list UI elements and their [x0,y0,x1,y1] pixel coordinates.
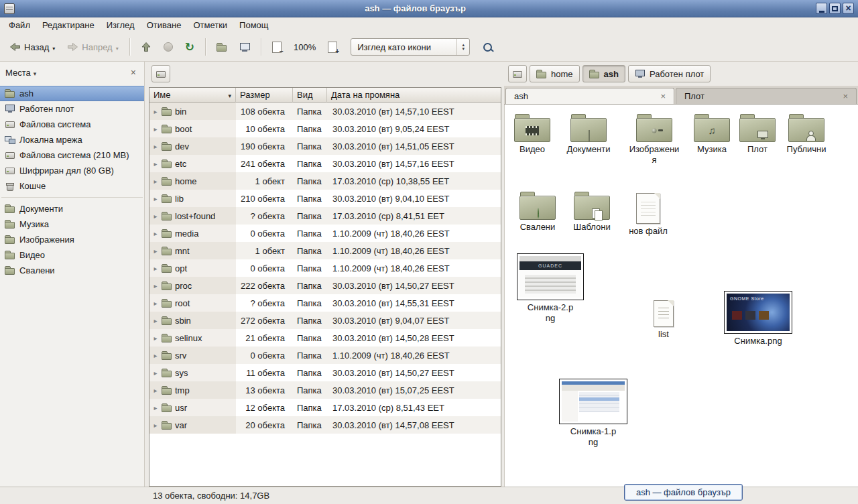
expander-icon[interactable] [152,230,159,237]
folder-downloads[interactable]: Свалени [512,192,563,233]
up-button[interactable] [135,37,157,57]
column-header-type[interactable]: Вид [293,88,327,103]
zoom-out-button[interactable]: − [267,37,287,57]
search-button[interactable] [478,37,497,57]
pathbar-desktop-button[interactable]: Работен плот [628,65,711,82]
expander-icon[interactable] [152,108,159,115]
menu-view[interactable]: Изглед [101,19,141,32]
file-list-document[interactable]: list [638,300,689,340]
icon-canvas[interactable]: Видео Документи Изображения Музика [504,105,858,487]
pathbar-filesystem-button[interactable] [508,65,527,82]
sidebar-item-ash[interactable]: ash [0,86,144,101]
expander-icon[interactable] [152,422,159,429]
home-button[interactable] [211,37,233,57]
file-row[interactable]: bin 108 обекта Папка 30.03.2010 (вт) 14,… [149,103,501,120]
folder-pictures[interactable]: Изображения [629,114,680,165]
column-header-name[interactable]: Име [149,88,236,103]
file-row[interactable]: home 1 обект Папка 17.03.2010 (ср) 10,38… [149,172,501,190]
expander-icon[interactable] [152,317,159,324]
sidebar-item-video[interactable]: Видео [0,247,144,263]
expander-icon[interactable] [152,369,159,377]
file-row[interactable]: tmp 13 обекта Папка 30.03.2010 (вт) 15,0… [149,381,501,399]
places-caret-icon[interactable] [34,68,37,78]
expander-icon[interactable] [152,300,159,307]
pathbar-home-button[interactable]: home [530,65,580,82]
file-new-file[interactable]: нов файл [623,193,674,237]
computer-button[interactable] [234,37,255,57]
file-row[interactable]: media 0 обекта Папка 1.10.2009 (чт) 18,4… [149,225,501,242]
file-row[interactable]: dev 190 обекта Папка 30.03.2010 (вт) 14,… [149,137,501,155]
sidebar-close-button[interactable] [128,67,139,78]
file-row[interactable]: boot 10 обекта Папка 30.03.2010 (вт) 9,0… [149,120,501,137]
sidebar-item-encrypted-80gb[interactable]: Шифриран дял (80 GB) [0,163,144,178]
sidebar-item-pictures[interactable]: Изображения [0,232,144,247]
expander-icon[interactable] [152,404,159,412]
menu-go[interactable]: Отиване [141,19,188,32]
sidebar-item-filesystem-210mb[interactable]: Файлова система (210 MB) [0,147,144,163]
expander-icon[interactable] [152,334,159,342]
tab-close-icon[interactable] [655,91,666,101]
places-selector[interactable]: Места [5,68,31,78]
sidebar-item-documents[interactable]: Документи [0,201,144,216]
menu-edit[interactable]: Редактиране [36,19,101,32]
column-header-size[interactable]: Размер [236,88,293,103]
sidebar-item-downloads[interactable]: Свалени [0,263,144,278]
sidebar-item-music[interactable]: Музика [0,216,144,232]
expander-icon[interactable] [152,247,159,255]
back-button[interactable]: Назад [4,37,60,57]
minimize-button[interactable] [816,3,827,14]
tab-ash[interactable]: ash [505,88,674,104]
file-snimka-1-png[interactable]: Снимка-1.png [560,379,627,447]
file-row[interactable]: lib 210 обекта Папка 30.03.2010 (вт) 9,0… [149,190,501,207]
stop-button[interactable] [158,37,178,57]
expander-icon[interactable] [152,387,159,394]
pathbar-root-button[interactable] [151,65,170,82]
tab-plot[interactable]: Плот [676,88,857,104]
expander-icon[interactable] [152,125,159,133]
file-row[interactable]: sys 11 обекта Папка 30.03.2010 (вт) 14,5… [149,364,501,381]
view-mode-select[interactable]: Изглед като икони [351,38,470,56]
expander-icon[interactable] [152,352,159,359]
file-row[interactable]: selinux 21 обекта Папка 30.03.2010 (вт) … [149,329,501,346]
titlebar[interactable]: ash — файлов браузър [0,0,858,17]
file-row[interactable]: root ? обекта Папка 30.03.2010 (вт) 14,5… [149,294,501,312]
back-history-arrow-icon[interactable] [52,42,55,52]
close-button[interactable] [843,3,854,14]
forward-button[interactable]: Напред [62,37,123,57]
file-row[interactable]: var 20 обекта Папка 30.03.2010 (вт) 14,5… [149,416,501,434]
expander-icon[interactable] [152,195,159,202]
file-row[interactable]: proc 222 обекта Папка 30.03.2010 (вт) 14… [149,277,501,294]
maximize-button[interactable] [829,3,841,14]
folder-public[interactable]: Публични [781,114,832,155]
zoom-in-button[interactable]: + [322,37,343,57]
file-row[interactable]: mnt 1 обект Папка 1.10.2009 (чт) 18,40,2… [149,242,501,259]
file-row[interactable]: sbin 272 обекта Папка 30.03.2010 (вт) 9,… [149,312,501,329]
file-row[interactable]: opt 0 обекта Папка 1.10.2009 (чт) 18,40,… [149,259,501,277]
expander-icon[interactable] [152,160,159,168]
pathbar-ash-button[interactable]: ash [583,65,625,82]
folder-desktop[interactable]: Плот [732,114,783,155]
folder-templates[interactable]: Шаблони [566,192,617,233]
reload-button[interactable]: ↻ [180,37,200,57]
file-snimka-png[interactable]: GNOME Store Снимка.png [725,291,792,346]
file-row[interactable]: etc 241 обекта Папка 30.03.2010 (вт) 14,… [149,155,501,172]
expander-icon[interactable] [152,143,159,150]
folder-music[interactable]: Музика [686,114,737,155]
folder-video[interactable]: Видео [507,114,558,155]
sidebar-item-network[interactable]: Локална мрежа [0,132,144,147]
menu-file[interactable]: Файл [3,19,36,32]
column-header-date[interactable]: Дата на промяна [327,88,501,103]
file-row[interactable]: srv 0 обекта Папка 1.10.2009 (чт) 18,40,… [149,346,501,364]
file-row[interactable]: lost+found ? обекта Папка 17.03.2010 (ср… [149,207,501,225]
expander-icon[interactable] [152,282,159,290]
expander-icon[interactable] [152,212,159,220]
sidebar-item-filesystem[interactable]: Файлова система [0,117,144,132]
file-row[interactable]: usr 12 обекта Папка 17.03.2010 (ср) 8,51… [149,399,501,416]
expander-icon[interactable] [152,265,159,272]
menu-bookmarks[interactable]: Отметки [187,19,233,32]
taskbar-window-button[interactable]: ash — файлов браузър [624,484,743,501]
folder-documents[interactable]: Документи [563,114,614,155]
tab-close-icon[interactable] [837,91,848,101]
file-snimka-2-png[interactable]: GUADEC Снимка-2.png [517,253,584,323]
expander-icon[interactable] [152,178,159,185]
